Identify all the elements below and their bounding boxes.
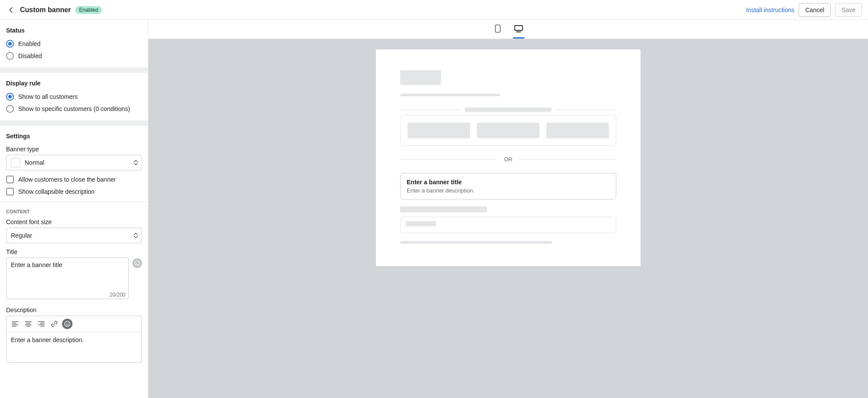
display-specific-label: Show to specific customers (0 conditions… (18, 105, 130, 112)
emoji-toolbar-button[interactable] (62, 319, 72, 329)
skeleton-row (400, 108, 616, 112)
banner-preview: Enter a banner title Enter a banner desc… (400, 173, 616, 199)
svg-point-0 (135, 261, 140, 266)
banner-preview-description: Enter a banner description. (407, 187, 610, 194)
svg-point-2 (138, 262, 138, 263)
align-right-button[interactable] (36, 319, 46, 329)
select-caret-icon (134, 160, 138, 166)
mobile-icon (494, 24, 501, 33)
preview-mock: OR Enter a banner title Enter a banner d… (376, 49, 641, 266)
status-disabled-option[interactable]: Disabled (6, 52, 142, 60)
emoji-button[interactable] (132, 258, 142, 268)
smiley-icon (64, 321, 70, 327)
content-card: CONTENT Content font size Regular Title … (0, 202, 148, 371)
display-rule-heading: Display rule (6, 80, 142, 87)
desktop-icon (514, 25, 523, 33)
font-size-select[interactable]: Regular (6, 228, 142, 243)
font-size-label: Content font size (6, 219, 142, 225)
top-bar: Custom banner Enabled Install instructio… (0, 0, 868, 20)
chevron-left-icon (9, 7, 13, 13)
banner-type-label: Banner type (6, 146, 142, 153)
svg-point-3 (65, 321, 70, 326)
display-all-option[interactable]: Show to all customers (6, 93, 142, 101)
settings-card: Settings Banner type Normal Allow custom… (0, 126, 148, 202)
status-badge: Enabled (75, 6, 102, 14)
svg-point-4 (66, 323, 67, 324)
status-card: Status Enabled Disabled (0, 20, 148, 68)
radio-icon (6, 105, 14, 113)
collapsible-label: Show collapsible description (18, 188, 95, 195)
title-field-label: Title (6, 248, 142, 255)
skeleton-line (400, 94, 500, 96)
display-specific-option[interactable]: Show to specific customers (0 conditions… (6, 105, 142, 113)
allow-close-option[interactable]: Allow customers to close the banner (6, 176, 142, 183)
status-enabled-option[interactable]: Enabled (6, 40, 142, 48)
back-button[interactable] (6, 5, 16, 15)
svg-point-5 (68, 323, 69, 324)
description-input[interactable]: Enter a banner description. (7, 332, 141, 362)
content-section-label: CONTENT (6, 209, 142, 214)
description-field-label: Description (6, 307, 142, 313)
display-rule-card: Display rule Show to all customers Show … (0, 73, 148, 121)
skeleton-line (400, 241, 552, 244)
align-left-icon (12, 321, 19, 327)
skeleton-cell (408, 123, 470, 138)
align-left-button[interactable] (10, 319, 20, 329)
or-label: OR (504, 156, 513, 163)
skeleton-block (400, 70, 441, 85)
collapsible-option[interactable]: Show collapsible description (6, 188, 142, 196)
allow-close-label: Allow customers to close the banner (18, 176, 116, 183)
svg-rect-7 (515, 26, 523, 30)
skeleton-cell (546, 123, 609, 138)
banner-preview-title: Enter a banner title (407, 179, 610, 186)
mobile-tab[interactable] (492, 20, 503, 39)
svg-point-1 (136, 262, 137, 263)
radio-icon (6, 52, 14, 60)
skeleton-rule (557, 110, 616, 110)
save-button[interactable]: Save (835, 3, 862, 17)
status-disabled-label: Disabled (18, 52, 42, 59)
rte-toolbar (7, 316, 141, 332)
checkbox-icon (6, 176, 14, 183)
link-button[interactable] (49, 319, 59, 329)
preview-pane: OR Enter a banner title Enter a banner d… (148, 20, 868, 398)
skeleton-pill (465, 108, 552, 112)
skeleton-placeholder (406, 221, 436, 226)
settings-heading: Settings (6, 133, 142, 140)
desktop-tab[interactable] (513, 20, 524, 39)
title-counter: 20/200 (109, 292, 125, 298)
page-title: Custom banner (20, 6, 71, 14)
status-heading: Status (6, 27, 142, 34)
select-caret-icon (134, 233, 138, 238)
link-icon (51, 320, 58, 327)
description-editor: Enter a banner description. (6, 316, 142, 363)
radio-icon (6, 93, 14, 101)
preview-canvas: OR Enter a banner title Enter a banner d… (148, 39, 868, 398)
align-right-icon (38, 321, 45, 327)
or-divider: OR (400, 156, 616, 163)
skeleton-input (400, 217, 616, 233)
banner-type-select[interactable]: Normal (6, 155, 142, 170)
font-size-value: Regular (11, 232, 32, 239)
skeleton-line (400, 206, 487, 212)
svg-rect-6 (496, 25, 500, 32)
install-instructions-link[interactable]: Install instructions (746, 7, 794, 13)
skeleton-cell (477, 123, 539, 138)
radio-icon (6, 40, 14, 48)
cancel-button[interactable]: Cancel (799, 3, 831, 17)
sidebar: Status Enabled Disabled Display rule Sho… (0, 20, 148, 398)
checkbox-icon (6, 188, 14, 196)
banner-type-value: Normal (25, 159, 44, 166)
display-all-label: Show to all customers (18, 93, 78, 100)
align-center-icon (25, 321, 32, 327)
swatch-icon (11, 158, 20, 167)
align-center-button[interactable] (23, 319, 33, 329)
skeleton-grid (400, 115, 616, 146)
status-enabled-label: Enabled (18, 40, 40, 47)
smiley-icon (134, 260, 140, 266)
device-switch (148, 20, 868, 39)
skeleton-rule (400, 110, 460, 110)
